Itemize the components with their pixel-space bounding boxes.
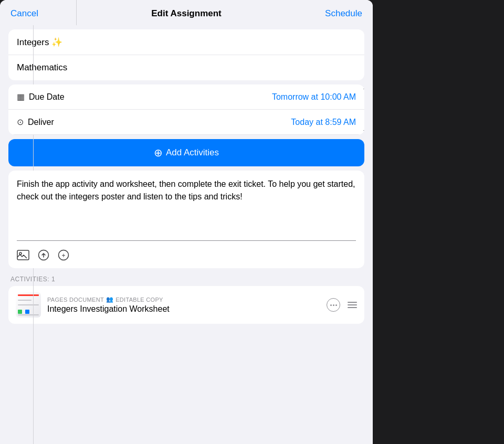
cancel-button[interactable]: Cancel bbox=[10, 8, 38, 19]
activity-reorder-button[interactable] bbox=[348, 302, 357, 308]
activity-actions bbox=[327, 298, 357, 312]
activity-type: PAGES DOCUMENT bbox=[47, 297, 104, 303]
image-insert-icon[interactable] bbox=[17, 250, 29, 260]
title-card bbox=[8, 29, 364, 80]
due-date-row[interactable]: ▦ Due Date Tomorrow at 10:00 AM bbox=[8, 84, 364, 110]
activity-name: Integers Investigation Worksheet bbox=[47, 304, 320, 314]
deliver-label: Deliver bbox=[28, 118, 54, 127]
notes-underline bbox=[17, 240, 356, 241]
activity-options-button[interactable] bbox=[327, 298, 340, 312]
notes-card: Finish the app activity and worksheet, t… bbox=[8, 171, 364, 268]
upload-icon[interactable] bbox=[38, 249, 49, 261]
activities-section: ACTIVITIES: 1 PAGES DOCUMENT 👥 EDITABLE … bbox=[8, 272, 364, 324]
activity-meta-separator: 👥 bbox=[106, 296, 113, 303]
clock-icon: ⊙ bbox=[17, 117, 24, 127]
schedule-button[interactable]: Schedule bbox=[325, 8, 362, 19]
activity-copy-type: EDITABLE COPY bbox=[116, 297, 163, 303]
activity-info: PAGES DOCUMENT 👥 EDITABLE COPY Integers … bbox=[47, 296, 320, 314]
date-card: ▦ Due Date Tomorrow at 10:00 AM ⊙ Delive… bbox=[8, 84, 364, 135]
attachment-icon[interactable]: + bbox=[58, 249, 69, 261]
add-activities-button[interactable]: ⊕ Add Activities bbox=[8, 139, 364, 166]
assignment-subject-input[interactable] bbox=[8, 55, 364, 80]
modal-header: Cancel Edit Assignment Schedule bbox=[0, 0, 373, 25]
assignment-title-input[interactable] bbox=[8, 29, 364, 55]
add-activities-label: Add Activities bbox=[166, 147, 219, 158]
due-date-value: Tomorrow at 10:00 AM bbox=[272, 92, 356, 102]
svg-text:+: + bbox=[61, 252, 65, 259]
activity-card: PAGES DOCUMENT 👥 EDITABLE COPY Integers … bbox=[8, 286, 364, 324]
notes-text[interactable]: Finish the app activity and worksheet, t… bbox=[17, 178, 356, 220]
deliver-value: Today at 8:59 AM bbox=[291, 118, 356, 127]
activity-thumbnail bbox=[16, 292, 41, 318]
plus-circle-icon: ⊕ bbox=[154, 147, 163, 158]
activities-header: ACTIVITIES: 1 bbox=[8, 272, 364, 286]
due-date-label: Due Date bbox=[29, 92, 65, 102]
calendar-icon: ▦ bbox=[17, 92, 25, 102]
activity-meta: PAGES DOCUMENT 👥 EDITABLE COPY bbox=[47, 296, 320, 303]
modal-title: Edit Assignment bbox=[151, 8, 222, 19]
notes-toolbar: + bbox=[17, 245, 356, 261]
deliver-row[interactable]: ⊙ Deliver Today at 8:59 AM bbox=[8, 110, 364, 135]
bottom-line-decoration bbox=[33, 423, 34, 444]
bracket-decoration bbox=[363, 89, 364, 131]
